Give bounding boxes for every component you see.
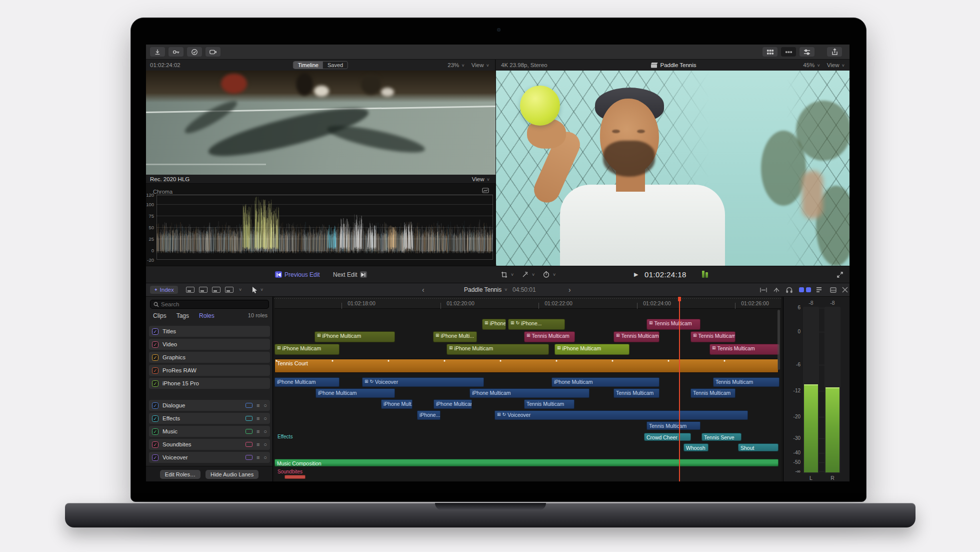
- role-row-music[interactable]: ✓Music≡○: [149, 426, 270, 437]
- timeline-clip-tennis-court[interactable]: Tennis Court: [274, 359, 778, 373]
- import-button[interactable]: [150, 47, 165, 57]
- append-edit-tool[interactable]: [212, 287, 220, 293]
- segment-saved[interactable]: Saved: [323, 62, 348, 69]
- timeline-clip-tennis-multicam[interactable]: ⊞Tennis Multicam: [646, 319, 700, 330]
- role-checkbox[interactable]: ✓: [152, 415, 158, 422]
- filmstrip-view-button[interactable]: [781, 47, 796, 57]
- audio-lane-icon[interactable]: [246, 455, 252, 460]
- browser-video-frame[interactable]: [146, 71, 496, 175]
- browser-view-button[interactable]: [762, 47, 778, 57]
- left-viewer-zoom[interactable]: 23% ˅: [448, 62, 466, 68]
- select-tool-menu[interactable]: ˅: [252, 283, 264, 296]
- audio-lane-icon[interactable]: [246, 429, 252, 434]
- timeline-ruler[interactable]: 01:02:18:0001:02:20:0001:02:22:0001:02:2…: [274, 297, 781, 309]
- right-viewer-zoom[interactable]: 45% ˅: [803, 62, 821, 68]
- timeline-clip-voiceover[interactable]: ⊞↻Voiceover: [494, 410, 748, 420]
- crop-tool-menu[interactable]: ˅: [501, 266, 514, 283]
- timeline-clip-crowd-cheer[interactable]: Crowd Cheer: [644, 433, 691, 441]
- role-row-prores-raw[interactable]: ✓ProRes RAW: [149, 365, 270, 376]
- subrole-list-icon[interactable]: ≡: [256, 454, 260, 460]
- role-row-effects[interactable]: ✓Effects≡○: [149, 413, 270, 424]
- role-checkbox[interactable]: ✓: [152, 380, 158, 387]
- background-tasks-button[interactable]: [206, 47, 220, 57]
- play-button[interactable]: ▶: [634, 266, 638, 283]
- subrole-list-icon[interactable]: ≡: [256, 441, 260, 447]
- timeline-clip-iphone-multicam[interactable]: ⊞iPhone Multicam: [274, 344, 340, 355]
- enhancements-menu[interactable]: ˅: [522, 266, 536, 283]
- subrole-list-icon[interactable]: ≡: [256, 428, 260, 434]
- role-row-soundbites[interactable]: ✓Soundbites≡○: [149, 439, 270, 450]
- retime-menu[interactable]: ˅: [543, 266, 556, 283]
- timeline-clip-iphone-multicam[interactable]: ⊞iPhone Multicam: [554, 344, 630, 355]
- audio-lane-icon[interactable]: [246, 442, 252, 447]
- share-button[interactable]: [827, 47, 842, 57]
- timeline-clip-iphone-mult[interactable]: iPhone Mult...: [381, 399, 412, 409]
- timeline-clip-tennis-multicam[interactable]: Tennis Multicam: [646, 421, 700, 430]
- timeline-clip-voiceover[interactable]: ⊞↻Voiceover: [362, 377, 484, 387]
- next-edit-button[interactable]: Next Edit: [333, 266, 367, 283]
- analyze-button[interactable]: [187, 47, 202, 57]
- role-checkbox[interactable]: ✓: [152, 341, 158, 348]
- role-row-titles[interactable]: ✓Titles: [149, 326, 270, 337]
- timeline-clip-iphone-multicam[interactable]: ⊞iPhone Multicam: [446, 344, 549, 355]
- role-checkbox[interactable]: ✓: [152, 402, 158, 409]
- role-row-video[interactable]: ✓Video: [149, 339, 270, 350]
- focus-icon[interactable]: ○: [264, 454, 267, 460]
- mini-audio-meters[interactable]: [702, 266, 708, 283]
- timeline-clip-tennis-multicam[interactable]: Tennis Multicam: [614, 388, 660, 398]
- role-checkbox[interactable]: ✓: [152, 454, 158, 461]
- tab-clips[interactable]: Clips: [153, 312, 166, 319]
- skimming-button[interactable]: [773, 283, 780, 296]
- timeline-scrollbar[interactable]: [778, 310, 780, 370]
- timeline-clip-iphone[interactable]: ⊞iPhone...: [482, 319, 506, 330]
- snapping-button[interactable]: [799, 283, 811, 296]
- focus-icon[interactable]: ○: [264, 441, 267, 447]
- timeline-clip-iphone-multicam[interactable]: iPhone Multicam: [316, 388, 395, 398]
- timeline-clip-tennis-multicam[interactable]: ⊞Tennis Multicam: [690, 331, 736, 342]
- playhead[interactable]: [679, 297, 680, 481]
- role-checkbox[interactable]: ✓: [152, 328, 158, 335]
- timeline-clip-iphone[interactable]: iPhone...: [417, 410, 440, 420]
- search-input[interactable]: [161, 301, 266, 307]
- subrole-list-icon[interactable]: ≡: [256, 402, 260, 408]
- blade-button[interactable]: [842, 283, 848, 296]
- trim-button[interactable]: [760, 283, 767, 296]
- left-viewer-view-menu[interactable]: View ˅: [472, 62, 490, 68]
- role-row-dialogue[interactable]: ✓Dialogue≡○: [149, 400, 270, 411]
- timeline-clip-iphone-multicam[interactable]: iPhone Multicam: [470, 388, 590, 398]
- timeline-clip-shout[interactable]: Shout: [738, 443, 778, 451]
- timeline-clip-tennis-multicam[interactable]: Tennis Multicam: [713, 377, 780, 387]
- timeline-pane[interactable]: 01:02:18:0001:02:20:0001:02:22:0001:02:2…: [274, 297, 781, 481]
- role-checkbox[interactable]: ✓: [152, 441, 158, 448]
- search-field[interactable]: [150, 300, 269, 309]
- insert-edit-tool[interactable]: [199, 287, 208, 293]
- audio-lane-icon[interactable]: [246, 403, 252, 408]
- timeline-clip-iphone-multicam[interactable]: iPhone Multicam: [552, 377, 660, 387]
- role-row-voiceover[interactable]: ✓Voiceover≡○: [149, 452, 270, 463]
- timeline-clip-tennis-multicam[interactable]: ⊞Tennis Multicam: [614, 331, 660, 342]
- timeline-clip-iphone-multicam[interactable]: iPhone Multicam: [274, 377, 340, 387]
- focus-icon[interactable]: ○: [264, 402, 267, 408]
- timeline-clip-iphone-multi[interactable]: ⊞iPhone Multi...: [433, 331, 477, 342]
- previous-edit-button[interactable]: Previous Edit: [275, 266, 320, 283]
- timeline-clip-whoosh[interactable]: Whoosh: [684, 443, 708, 451]
- timeline-clip-tennis-multicam[interactable]: Tennis Multicam: [690, 388, 736, 398]
- role-checkbox[interactable]: ✓: [152, 367, 158, 374]
- marker-list-button[interactable]: [816, 283, 822, 296]
- audio-lane-icon[interactable]: [246, 416, 252, 421]
- overwrite-edit-tool[interactable]: [225, 287, 234, 293]
- main-viewer-video-frame[interactable]: [496, 71, 850, 266]
- role-row-iphone-15-pro[interactable]: ✓iPhone 15 Pro: [149, 378, 270, 389]
- timeline-saved-segmented[interactable]: Timeline Saved: [293, 61, 348, 69]
- hide-audio-lanes-button[interactable]: Hide Audio Lanes: [206, 470, 258, 479]
- focus-icon[interactable]: ○: [264, 428, 267, 434]
- timeline-clip-music-composition[interactable]: Music Composition: [274, 459, 778, 466]
- expand-viewer-button[interactable]: [837, 266, 843, 283]
- right-viewer-view-menu[interactable]: View ˅: [827, 62, 846, 68]
- timeline-clip-iphone-multicam[interactable]: ⊞iPhone Multicam: [314, 331, 395, 342]
- subrole-list-icon[interactable]: ≡: [256, 415, 260, 421]
- keywords-button[interactable]: [168, 47, 184, 57]
- inspector-button[interactable]: [800, 47, 814, 57]
- previous-project-arrow[interactable]: ‹: [422, 283, 424, 296]
- index-button[interactable]: ✦Index: [150, 283, 178, 296]
